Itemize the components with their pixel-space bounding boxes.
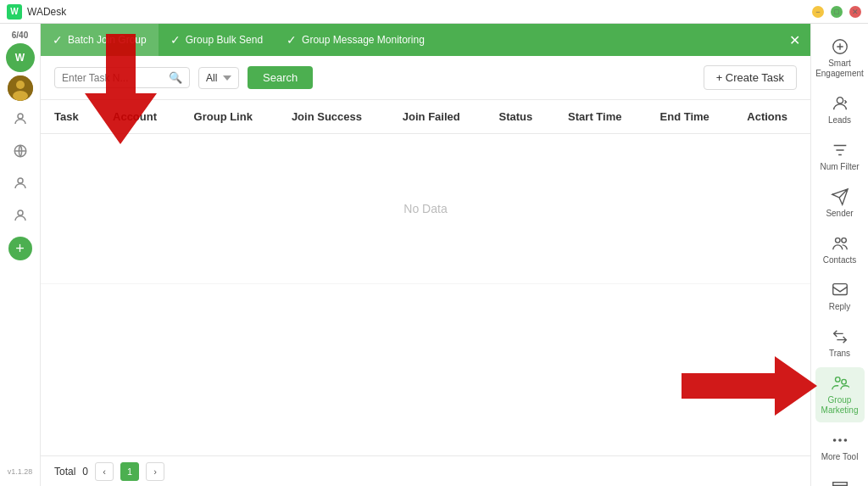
sidebar-globe-icon[interactable] [6,137,35,165]
contacts-icon [831,234,849,253]
sidebar-item-more-tool[interactable]: More Tool [815,424,865,469]
sidebar-item-sender[interactable]: Sender [815,181,865,226]
svg-point-14 [832,439,836,442]
svg-rect-11 [832,284,847,295]
no-data-text: No Data [41,134,810,284]
sidebar-item-group-marketing[interactable]: Group Marketing [815,367,865,422]
col-join-success: Join Success [278,100,389,134]
search-input-wrap[interactable]: 🔍 [54,67,190,88]
col-status: Status [485,100,554,134]
sidebar-item-leads[interactable]: Leads [815,87,865,132]
leads-label: Leads [828,115,851,126]
reply-icon [831,281,849,299]
create-task-button[interactable]: + Create Task [704,65,797,90]
group-marketing-icon [831,374,849,393]
svg-point-2 [13,91,28,101]
close-button[interactable]: ✕ [849,6,861,18]
more-tool-label: More Tool [821,452,859,462]
svg-rect-17 [832,483,847,486]
col-start-time: Start Time [554,100,646,134]
svg-point-8 [837,98,843,103]
trans-icon [831,327,849,346]
total-label: Total [54,466,75,478]
total-count: 0 [82,466,88,478]
tab-batch-join-label: Batch Join Group [68,34,147,46]
account-counter: 6/40 [12,31,28,40]
svg-point-15 [838,439,842,442]
filter-select[interactable]: All [198,67,239,89]
tab-bar: ✓ Batch Join Group ✓ Group Bulk Send ✓ G… [41,24,810,56]
table-header-row: Task Account Group Link Join Success Joi… [41,100,810,134]
sender-icon [831,187,849,206]
right-sidebar: Smart Engagement Leads Num Filter Sender [810,24,868,486]
page-1-button[interactable]: 1 [120,462,139,481]
col-task: Task [41,100,99,134]
empty-state-row: No Data [41,134,810,284]
tab-bulk-send-label: Group Bulk Send [186,34,263,46]
sidebar-contacts-icon[interactable] [6,104,35,133]
version-label: v1.1.28 [8,467,33,476]
minimize-button[interactable]: − [812,6,824,18]
content-area: ✓ Batch Join Group ✓ Group Bulk Send ✓ G… [41,24,810,486]
tab-batch-join-icon: ✓ [53,33,63,47]
sidebar-person-icon[interactable] [6,169,35,198]
svg-point-5 [18,178,23,183]
svg-point-1 [16,81,25,89]
sidebar-item-reply[interactable]: Reply [815,274,865,319]
tab-monitoring-label: Group Message Monitoring [302,34,425,46]
sidebar-item-num-filter[interactable]: Num Filter [815,134,865,179]
svg-point-6 [18,210,23,215]
footer: Total 0 ‹ 1 › [41,455,810,486]
svg-point-16 [843,439,847,442]
add-account-button[interactable]: + [8,237,32,260]
search-input[interactable] [62,72,164,84]
smart-engagement-label: Smart Engagement [815,59,864,79]
title-bar: W WADesk − □ ✕ [0,0,868,24]
num-filter-label: Num Filter [820,162,859,172]
num-filter-icon [831,141,849,159]
user-avatar[interactable] [8,75,33,101]
col-account: Account [99,100,181,134]
main-avatar[interactable]: W [6,43,35,72]
next-page-button[interactable]: › [146,462,164,481]
sidebar-item-contacts[interactable]: Contacts [815,227,865,272]
toolbar: 🔍 All Search + Create Task [41,56,810,100]
tab-group-message-monitoring[interactable]: ✓ Group Message Monitoring [275,24,437,56]
left-sidebar: 6/40 W + v1.1.28 [0,24,41,486]
tab-group-bulk-send[interactable]: ✓ Group Bulk Send [159,24,275,56]
sidebar-item-smart-engagement[interactable]: Smart Engagement [815,31,865,86]
svg-point-3 [18,114,23,119]
maximize-button[interactable]: □ [831,6,843,18]
col-join-failed: Join Failed [389,100,486,134]
window-controls: − □ ✕ [812,6,861,18]
svg-point-12 [835,377,840,383]
tab-bulk-send-icon: ✓ [170,33,181,47]
sidebar-item-trans[interactable]: Trans [815,321,865,366]
svg-point-13 [841,379,846,384]
leads-icon [831,94,849,113]
reply-label: Reply [829,302,851,312]
col-group-link: Group Link [181,100,278,134]
sidebar-item-archive[interactable] [815,472,865,486]
svg-point-10 [841,238,846,243]
col-end-time: End Time [647,100,734,134]
trans-label: Trans [829,349,850,359]
sender-label: Sender [826,209,853,219]
tab-batch-join-group[interactable]: ✓ Batch Join Group [41,24,159,56]
table-wrap: Task Account Group Link Join Success Joi… [41,100,810,455]
col-actions: Actions [733,100,810,134]
smart-engagement-icon [831,37,849,56]
search-icon: 🔍 [169,71,182,84]
app-title: WADesk [27,6,66,18]
tab-bar-close-button[interactable]: ✕ [786,29,804,52]
tab-monitoring-icon: ✓ [287,33,297,47]
group-marketing-label: Group Marketing [819,395,861,416]
tasks-table: Task Account Group Link Join Success Joi… [41,100,810,284]
more-tool-icon [831,431,849,450]
app-logo: W [7,4,22,20]
search-button[interactable]: Search [248,66,313,89]
contacts-label: Contacts [823,255,856,265]
prev-page-button[interactable]: ‹ [95,462,114,481]
svg-point-9 [835,238,840,243]
sidebar-person2-icon[interactable] [6,201,35,230]
